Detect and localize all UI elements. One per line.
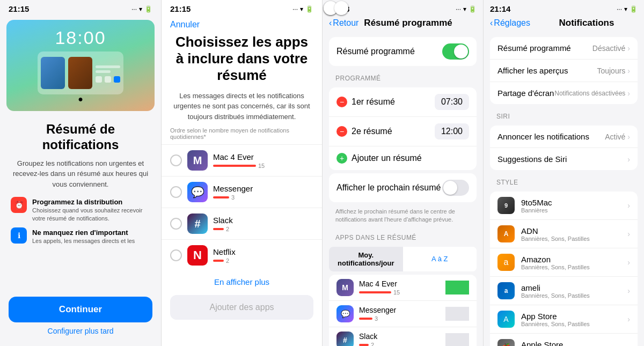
- app-bar-netflix: 2: [213, 257, 313, 264]
- p3-scroll-area[interactable]: Résumé programmé PROGRAMMÉ − 1er résumé …: [323, 34, 483, 346]
- nav-title-3: Résumé programmé: [364, 18, 452, 28]
- radio-mac4ever[interactable]: [170, 154, 182, 166]
- count-mac4ever: 15: [258, 163, 265, 169]
- chevron-icon-suggestions: ›: [627, 155, 630, 164]
- hero-line-1: [96, 65, 120, 68]
- p4-nav: ‹ Réglages Notifications: [484, 16, 644, 34]
- app-name-messenger: Messenger: [213, 184, 313, 193]
- status-time-4: 21:14: [490, 4, 510, 13]
- remove-schedule-1[interactable]: −: [336, 97, 347, 107]
- app-icon-ameli: a: [497, 282, 515, 299]
- time-btn-1[interactable]: 07:30: [435, 94, 469, 110]
- setting-row-resume[interactable]: Résumé programmé Désactivé ›: [490, 37, 638, 60]
- app-info-messenger: Messenger 3: [213, 184, 313, 201]
- siri-row-suggestions[interactable]: Suggestions de Siri ›: [490, 148, 638, 170]
- filter-az-button[interactable]: A à Z: [403, 247, 477, 271]
- schedule-label-1: 1er résumé: [352, 97, 435, 107]
- app-info-p3-slack: Slack 2: [359, 332, 440, 346]
- nav-title-4: Notifications: [536, 18, 638, 28]
- hero-line-2: [96, 70, 111, 73]
- schedule-row-2[interactable]: − 2e résumé 12:00: [329, 117, 477, 146]
- apps-section-label: APPS DANS LE RÉSUMÉ: [323, 229, 483, 244]
- list-item[interactable]: 💬 Messenger 3: [162, 176, 322, 208]
- app-bar-slack: 2: [213, 226, 313, 232]
- p4-scroll-area[interactable]: Résumé programmé Désactivé › Afficher le…: [484, 34, 644, 346]
- resume-toggle-row: Résumé programmé: [329, 37, 477, 66]
- setting-row-partage[interactable]: Partage d'écran Notifications désactivée…: [490, 82, 638, 104]
- radio-netflix[interactable]: [170, 249, 182, 261]
- add-schedule-button[interactable]: +: [336, 153, 347, 164]
- battery-icon: 🔋: [144, 5, 152, 13]
- status-time-1: 21:15: [9, 4, 29, 13]
- feature-schedule-text: Programmez la distribution Choisissez qu…: [32, 197, 150, 223]
- app-row-ameli[interactable]: a ameli Bannières, Sons, Pastilles ›: [490, 277, 638, 305]
- app-info-applestore: Apple Store Désactivé: [521, 340, 621, 347]
- time-btn-2[interactable]: 12:00: [435, 123, 469, 139]
- app-row-appstore[interactable]: A App Store Bannières, Sons, Pastilles ›: [490, 305, 638, 334]
- next-summary-toggle[interactable]: [442, 180, 469, 196]
- list-item[interactable]: N Netflix 2: [162, 239, 322, 271]
- apps-summary-list: M Mac 4 Ever 15 💬 Messenger 3: [329, 275, 477, 346]
- app-name-amazon: Amazon: [521, 255, 621, 264]
- app-row-adn[interactable]: A ADN Bannières, Sons, Pastilles ›: [490, 220, 638, 248]
- app-info-mac4ever: Mac 4 Ever 15: [213, 152, 313, 169]
- setting-row-aperçus[interactable]: Afficher les aperçus Toujours ›: [490, 60, 638, 82]
- app-row-9to5mac[interactable]: 9 9to5Mac Bannières ›: [490, 192, 638, 220]
- remove-schedule-2[interactable]: −: [336, 126, 347, 137]
- back-button-3[interactable]: ‹ Retour: [329, 18, 358, 28]
- add-schedule-row[interactable]: + Ajouter un résumé: [329, 146, 477, 170]
- toggle-slack[interactable]: [445, 333, 469, 346]
- configure-later-button[interactable]: Configurer plus tard: [48, 327, 114, 335]
- next-summary-section: Afficher le prochain résumé: [329, 173, 477, 202]
- main-settings-section: Résumé programmé Désactivé › Afficher le…: [490, 37, 638, 104]
- list-item[interactable]: M Mac 4 Ever 15: [162, 144, 322, 176]
- continue-button[interactable]: Continuer: [9, 297, 152, 322]
- bar-p3-messenger: [359, 318, 372, 320]
- battery-icon-3: 🔋: [469, 5, 477, 13]
- radio-messenger[interactable]: [170, 186, 182, 198]
- siri-label: SIRI: [484, 107, 644, 122]
- wifi-icon-2: ▾: [300, 5, 303, 13]
- setting-label-partage: Partage d'écran: [497, 89, 554, 98]
- app-icon-appstore: A: [497, 311, 515, 328]
- battery-icon-2: 🔋: [305, 5, 313, 13]
- panel-choose-apps: 21:15 ··· ▾ 🔋 Annuler Choisissez les app…: [161, 0, 322, 346]
- filter-moy-button[interactable]: Moy. notifications/jour: [329, 247, 403, 271]
- feature-important-text: Ne manquez rien d'important Les appels, …: [32, 227, 135, 245]
- cancel-button[interactable]: Annuler: [162, 16, 322, 32]
- app-icon-p3-slack: #: [336, 332, 354, 346]
- resume-toggle[interactable]: [442, 43, 469, 60]
- add-apps-button[interactable]: Ajouter des apps: [170, 295, 313, 320]
- siri-value-announce: Activé: [605, 132, 625, 141]
- back-label-3: Retour: [333, 18, 358, 28]
- show-more-button[interactable]: En afficher plus: [162, 271, 322, 293]
- app-name-adn: ADN: [521, 226, 621, 235]
- app-name-slack: Slack: [213, 216, 313, 225]
- list-item[interactable]: # Slack 2: [162, 208, 322, 239]
- app-row-applestore[interactable]: 🍎 Apple Store Désactivé ›: [490, 334, 638, 346]
- panel-notifications-settings: 21:14 ··· ▾ 🔋 ‹ Réglages Notifications R…: [483, 0, 644, 346]
- status-bar-1: 21:15 ··· ▾ 🔋: [0, 0, 161, 16]
- intro-content: Résumé de notifications Groupez les noti…: [0, 115, 161, 291]
- app-icon-applestore: 🍎: [497, 339, 515, 346]
- back-button-4[interactable]: ‹ Réglages: [490, 18, 530, 28]
- chevron-ameli: ›: [627, 286, 630, 295]
- next-summary-label: Afficher le prochain résumé: [336, 183, 442, 193]
- app-name-appstore: App Store: [521, 312, 621, 321]
- toggle-mac4ever[interactable]: [445, 281, 469, 295]
- app-row-mac4ever: M Mac 4 Ever 15: [329, 275, 477, 301]
- next-summary-row: Afficher le prochain résumé: [329, 173, 477, 202]
- nav-bar-3: ‹ Retour Résumé programmé: [323, 16, 483, 34]
- app-row-amazon[interactable]: a Amazon Bannières, Sons, Pastilles ›: [490, 248, 638, 277]
- setting-label-aperçus: Afficher les aperçus: [497, 66, 597, 75]
- radio-slack[interactable]: [170, 218, 182, 230]
- schedule-row-1[interactable]: − 1er résumé 07:30: [329, 87, 477, 117]
- app-icon-p3-mac4ever: M: [336, 279, 354, 296]
- app-icon-9to5mac: 9: [497, 197, 515, 214]
- wifi-icon-4: ▾: [624, 5, 627, 13]
- hero-clock: 18:00: [55, 27, 106, 48]
- siri-label-suggestions: Suggestions de Siri: [497, 154, 627, 164]
- toggle-messenger[interactable]: [445, 307, 469, 321]
- app-info-p3-messenger: Messenger 3: [359, 306, 440, 322]
- siri-row-announce[interactable]: Annoncer les notifications Activé ›: [490, 126, 638, 148]
